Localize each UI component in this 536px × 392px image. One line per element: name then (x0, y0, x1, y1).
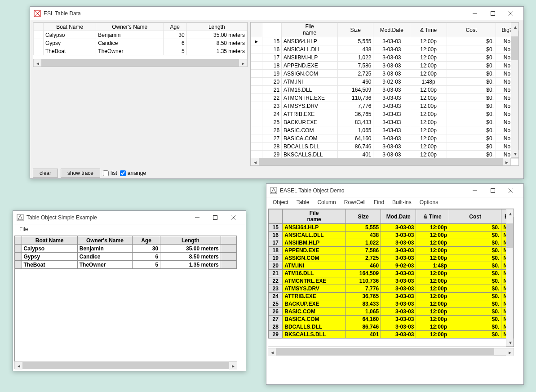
table-row[interactable]: 25BACKUP.EXE83,4333-03-0312:00p$0.N (269, 300, 514, 308)
col-boat-name[interactable]: Boat Name (22, 236, 77, 245)
minimize-button[interactable] (466, 184, 484, 197)
scroll-right-button[interactable]: ▸ (506, 348, 514, 356)
table-row[interactable]: CalypsoBenjamin3035.00 meters (15, 245, 237, 253)
file-grid[interactable]: Filename Size Mod.Date & Time Cost Big? … (250, 22, 519, 166)
menu-column[interactable]: Column (314, 198, 339, 206)
file-grid-yellow[interactable]: Filename Size Mod.Date & Time Cost Bi 15… (268, 209, 514, 347)
col-mod-date[interactable]: Mod.Date (381, 209, 416, 224)
scroll-left-button[interactable]: ◂ (34, 59, 41, 67)
table-row[interactable]: 15ANSI364.HLP5,5553-03-0312:00p$0.N (269, 224, 514, 232)
boat-grid-3d[interactable]: Boat Name Owner's Name Age Length Calyps… (14, 236, 237, 362)
list-checkbox-label[interactable]: list (103, 170, 117, 176)
table-row[interactable]: 26BASIC.COM1,0653-03-0312:00p$0.N (269, 308, 514, 316)
scroll-down-button[interactable]: ▾ (506, 339, 514, 346)
titlebar[interactable]: ESL Table Data (30, 7, 523, 20)
maximize-button[interactable] (206, 211, 224, 224)
table-row[interactable]: 17ANSIIBM.HLP1,0223-03-0312:00p$0.No (251, 53, 518, 62)
table-row[interactable]: 21ATM16.DLL164,5093-03-0312:00p$0.N (269, 270, 514, 277)
col-time[interactable]: & Time (416, 209, 449, 224)
col-file-name[interactable]: Filename (282, 23, 338, 37)
maximize-button[interactable] (484, 184, 502, 197)
col-boat-name[interactable]: Boat Name (44, 23, 96, 31)
close-button[interactable] (502, 7, 520, 20)
table-row[interactable]: TheBoatTheOwner51.35 meters (34, 47, 247, 55)
table-row[interactable]: 23ATMSYS.DRV7,7763-03-0312:00p$0.N (269, 285, 514, 293)
col-age[interactable]: Age (163, 23, 186, 31)
table-row[interactable]: 24ATTRIB.EXE36,7653-03-0312:00p$0.N (269, 293, 514, 300)
scroll-left-button[interactable]: ◂ (15, 362, 22, 370)
scroll-track[interactable] (22, 362, 229, 369)
scroll-right-button[interactable]: ▸ (239, 59, 247, 67)
col-size[interactable]: Size (338, 23, 373, 37)
scroll-down-button[interactable]: ▾ (511, 150, 519, 157)
col-mod-date[interactable]: Mod.Date (373, 23, 410, 37)
scroll-track[interactable] (511, 31, 518, 150)
table-row[interactable]: 20ATM.INI4609-02-031:48p$0.N (269, 262, 514, 270)
col-cost[interactable]: Cost (449, 209, 501, 224)
table-row[interactable]: 23ATMSYS.DRV7,7763-03-0312:00p$0.No (251, 102, 518, 110)
table-row[interactable]: 20ATM.INI4609-02-031:48p$0.No (251, 78, 518, 86)
menu-file[interactable]: File (16, 225, 31, 233)
table-row[interactable]: 25BACKUP.EXE83,4333-03-0312:00p$0.No (251, 118, 518, 126)
table-row[interactable]: 18APPEND.EXE7,5863-03-0312:00p$0.N (269, 247, 514, 254)
titlebar[interactable]: EASEL Table Object Demo (266, 184, 523, 197)
titlebar[interactable]: Table Object Simple Example (13, 211, 246, 224)
table-row[interactable]: 27BASICA.COM64,1603-03-0312:00p$0.No (251, 134, 518, 143)
boat-grid[interactable]: Boat Name Owner's Name Age Length Calyps… (33, 22, 248, 67)
scroll-up-button[interactable]: ▴ (511, 23, 519, 31)
col-length[interactable]: Length (186, 23, 247, 31)
table-row[interactable]: CalypsoBenjamin3035.00 meters (34, 31, 247, 39)
minimize-button[interactable] (188, 211, 206, 224)
menu-table[interactable]: Table (293, 198, 313, 206)
scroll-track[interactable] (276, 348, 506, 355)
scroll-track[interactable] (259, 158, 503, 165)
menu-object[interactable]: Object (269, 198, 292, 206)
col-age[interactable]: Age (132, 236, 160, 245)
scroll-up-button[interactable]: ▴ (506, 209, 514, 217)
col-time[interactable]: & Time (410, 23, 447, 37)
scroll-left-button[interactable]: ◂ (268, 348, 276, 356)
table-row[interactable]: 19ASSIGN.COM2,7253-03-0312:00p$0.No (251, 70, 518, 78)
table-row[interactable]: TheBoatTheOwner51.35 meters (15, 261, 237, 269)
table-row[interactable]: 19ASSIGN.COM2,7253-03-0312:00p$0.N (269, 254, 514, 262)
table-row[interactable]: 29BKSCALLS.DLL4013-03-0312:00p$0.No (251, 151, 518, 159)
table-row[interactable]: 17ANSIIBM.HLP1,0223-03-0312:00p$0.N (269, 239, 514, 247)
table-row[interactable]: 24ATTRIB.EXE36,7653-03-0312:00p$0.No (251, 110, 518, 118)
col-length[interactable]: Length (160, 236, 221, 245)
col-file-name[interactable]: Filename (283, 209, 346, 224)
maximize-button[interactable] (484, 7, 502, 20)
list-checkbox[interactable] (103, 170, 109, 176)
table-row[interactable]: 27BASICA.COM64,1603-03-0312:00p$0.N (269, 316, 514, 323)
table-row[interactable]: 16ANSICALL.DLL4383-03-0312:00p$0.No (251, 45, 518, 53)
table-row[interactable]: 29BKSCALLS.DLL4013-03-0312:00p$0.N (269, 331, 514, 339)
minimize-button[interactable] (466, 7, 484, 20)
menu-rowcell[interactable]: Row/Cell (341, 198, 369, 206)
table-row[interactable]: 22ATMCNTRL.EXE110,7363-03-0312:00p$0.No (251, 94, 518, 102)
table-row[interactable]: 22ATMCNTRL.EXE110,7363-03-0312:00p$0.N (269, 277, 514, 285)
table-row[interactable]: 18APPEND.EXE7,5863-03-0312:00p$0.No (251, 62, 518, 70)
menu-builtins[interactable]: Built-ins (389, 198, 415, 206)
arrange-checkbox-label[interactable]: arrange (120, 170, 146, 176)
arrange-checkbox[interactable] (120, 170, 126, 176)
table-row[interactable]: 21ATM16.DLL164,5093-03-0312:00p$0.No (251, 86, 518, 94)
table-row[interactable]: 28BDCALLS.DLL86,7463-03-0312:00p$0.No (251, 143, 518, 151)
close-button[interactable] (224, 211, 242, 224)
table-row[interactable]: ▸15ANSI364.HLP5,5553-03-0312:00p$0.No (251, 37, 518, 45)
scroll-right-button[interactable]: ▸ (503, 158, 510, 166)
table-row[interactable]: 28BDCALLS.DLL86,7463-03-0312:00p$0.N (269, 323, 514, 331)
col-size[interactable]: Size (346, 209, 381, 224)
clear-button[interactable]: clear (33, 169, 58, 178)
menu-options[interactable]: Options (416, 198, 442, 206)
scroll-track[interactable] (41, 59, 239, 66)
table-row[interactable]: GypsyCandice68.50 meters (15, 253, 237, 261)
col-cost[interactable]: Cost (447, 23, 496, 37)
menu-find[interactable]: Find (370, 198, 388, 206)
col-rownum[interactable] (262, 23, 281, 37)
col-owner-name[interactable]: Owner's Name (96, 23, 164, 31)
table-row[interactable]: 16ANSICALL.DLL4383-03-0312:00p$0.N (269, 232, 514, 239)
scroll-right-button[interactable]: ▸ (229, 362, 237, 370)
scroll-left-button[interactable]: ◂ (251, 158, 259, 166)
show-trace-button[interactable]: show trace (61, 169, 100, 178)
table-row[interactable]: 26BASIC.COM1,0653-03-0312:00p$0.No (251, 126, 518, 134)
scroll-track[interactable] (506, 217, 513, 339)
